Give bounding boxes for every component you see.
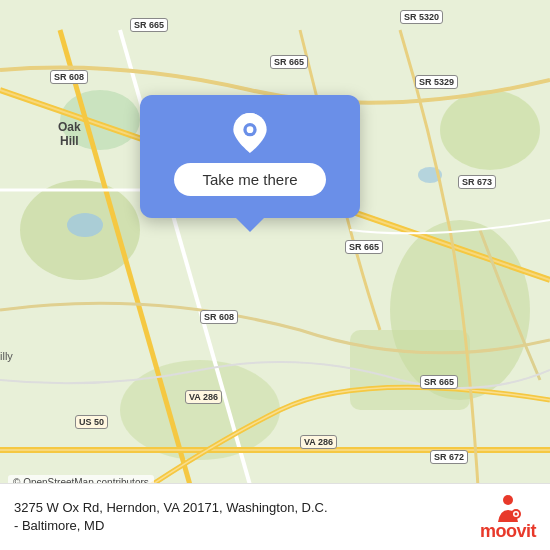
address-text: 3275 W Ox Rd, Herndon, VA 20171, Washing… [14,499,470,535]
badge-sr673: SR 673 [458,175,496,189]
badge-sr608-left: SR 608 [50,70,88,84]
svg-point-6 [440,90,540,170]
badge-sr665-bottom: SR 665 [420,375,458,389]
badge-sr665-mid: SR 665 [270,55,308,69]
badge-sr5329: SR 5329 [415,75,458,89]
moovit-logo: moovit [480,494,536,540]
badge-sr665-top-left: SR 665 [130,18,168,32]
take-me-there-button[interactable]: Take me there [174,163,325,196]
svg-point-18 [247,126,254,133]
callout-popup: Take me there [140,95,360,218]
label-hilly: illy [0,350,13,362]
badge-us50: US 50 [75,415,108,429]
svg-point-22 [514,513,517,516]
svg-rect-4 [350,330,470,410]
bottom-bar: 3275 W Ox Rd, Herndon, VA 20171, Washing… [0,483,550,550]
svg-point-19 [503,495,513,505]
svg-point-7 [67,213,103,237]
badge-sr5320: SR 5320 [400,10,443,24]
badge-sr608-lower: SR 608 [200,310,238,324]
badge-va286-bottom: VA 286 [300,435,337,449]
badge-va286-lower: VA 286 [185,390,222,404]
moovit-person-icon [492,494,524,522]
svg-point-3 [120,360,280,460]
map-pin-icon [230,113,270,153]
label-oak-hill: OakHill [58,120,81,149]
badge-sr665-lower: SR 665 [345,240,383,254]
moovit-brand-text: moovit [480,522,536,540]
map-container: SR 665 SR 5320 SR 608 SR 665 SR 5329 SR … [0,0,550,550]
badge-sr672: SR 672 [430,450,468,464]
